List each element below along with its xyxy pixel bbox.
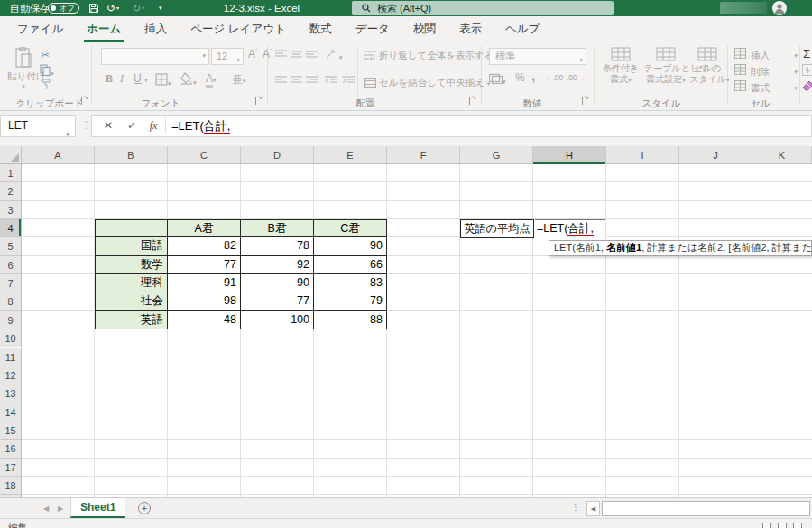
column-header-C[interactable]: C [168,146,241,164]
column-header-I[interactable]: I [606,146,679,164]
merge-center-button[interactable]: セルを結合して中央揃え ▾ [364,77,490,89]
table-header-cell[interactable]: C君 [314,219,387,237]
align-middle-icon[interactable] [291,50,302,59]
cell-h4-editing[interactable]: =LET(合計, [535,219,605,237]
table-value-cell[interactable]: 91 [168,274,241,292]
next-sheet-icon[interactable]: ▶ [58,505,63,513]
increase-indent-icon[interactable] [342,76,355,85]
row-header-5[interactable]: 5 [0,237,22,255]
table-header-cell[interactable]: A君 [168,219,241,237]
row-header-11[interactable]: 11 [0,348,22,366]
phonetic-guide-button[interactable]: 亜▾ [233,73,246,87]
italic-button[interactable]: I [120,72,124,86]
paste-button[interactable]: 貼り付け ▾ [7,47,40,90]
select-all-corner[interactable] [0,146,22,164]
new-sheet-button[interactable]: + [138,502,151,514]
borders-button[interactable]: ▾ [155,73,171,88]
ribbon-tab[interactable]: ファイル [5,16,75,42]
autosum-button[interactable]: Σ [803,47,810,60]
cell-g4-label[interactable]: 英語の平均点 [460,219,534,238]
formula-input[interactable]: =LET(合計, [171,116,230,136]
row-header-12[interactable]: 12 [0,366,22,384]
autosave-toggle[interactable]: オフ [48,3,79,14]
table-row-label[interactable]: 英語 [95,311,168,329]
table-value-cell[interactable]: 100 [241,311,314,329]
table-header-cell[interactable] [95,219,168,237]
table-value-cell[interactable]: 78 [241,237,314,255]
align-top-icon[interactable] [275,50,287,59]
sheet-tab-active[interactable]: Sheet1 [70,498,125,518]
column-header-B[interactable]: B [95,146,168,164]
ribbon-tab[interactable]: 表示 [448,16,494,42]
cells-insert-button[interactable]: 挿入▾ [734,48,798,62]
clear-button[interactable] [802,80,812,94]
styles-button[interactable]: テーブルとして書式設定▾ [644,47,687,85]
column-header-A[interactable]: A [22,146,95,164]
cells-format-button[interactable]: 書式▾ [734,80,798,95]
tab-splitter-handle[interactable]: ⋮ [571,502,578,512]
quick-access-customize-icon[interactable]: ▾ [159,0,162,16]
table-row-label[interactable]: 数学 [95,256,168,274]
ribbon-tab[interactable]: 挿入 [133,16,179,42]
page-break-view-icon[interactable] [793,523,802,528]
align-bottom-icon[interactable] [306,50,318,59]
save-icon[interactable] [88,3,99,14]
orientation-button[interactable]: ▾ [325,48,342,61]
search-input[interactable]: 検索 (Alt+Q) [352,1,614,15]
table-value-cell[interactable]: 83 [314,274,387,292]
row-header-4[interactable]: 4 [0,219,22,237]
underline-button[interactable]: U [134,72,142,85]
table-value-cell[interactable]: 98 [168,292,241,310]
cell-grid[interactable] [22,164,812,497]
table-value-cell[interactable]: 92 [241,256,314,274]
table-value-cell[interactable]: 82 [168,237,241,255]
row-header-15[interactable]: 15 [0,421,22,440]
row-header-2[interactable]: 2 [0,182,22,200]
cells-delete-button[interactable]: 削除▾ [734,64,798,79]
clipboard-dialog-launcher[interactable] [81,97,89,105]
avatar[interactable] [772,1,787,15]
row-header-18[interactable]: 18 [0,477,22,495]
font-color-button[interactable]: A▾ [206,72,217,85]
table-row-label[interactable]: 国語 [95,237,168,255]
ribbon-tab[interactable]: 校閲 [401,16,448,42]
normal-view-icon[interactable] [762,523,771,528]
number-dialog-launcher[interactable] [582,97,590,105]
row-header-6[interactable]: 6 [0,256,22,274]
ribbon-tab[interactable]: ヘルプ [494,16,551,42]
table-value-cell[interactable]: 77 [241,292,314,310]
column-header-G[interactable]: G [460,146,533,164]
table-row-label[interactable]: 理科 [95,274,168,292]
copy-button[interactable]: ▾ [40,64,54,78]
underline-caret-icon[interactable]: ▾ [144,77,148,84]
cut-button[interactable]: ✂ [41,49,50,61]
column-header-D[interactable]: D [241,146,314,164]
hscroll-thumb[interactable] [602,501,810,516]
column-header-H[interactable]: H [533,146,606,164]
prev-sheet-icon[interactable]: ◀ [43,505,49,513]
hscroll-left-arrow[interactable]: ◀ [586,501,600,516]
row-header-7[interactable]: 7 [0,274,22,292]
ribbon-tab[interactable]: ホーム [75,16,133,42]
align-center-icon[interactable] [291,76,302,85]
row-header-13[interactable]: 13 [0,384,22,403]
number-format-combo[interactable]: 標準 ▾ [489,48,586,65]
table-value-cell[interactable]: 79 [314,292,387,310]
redo-button[interactable]: ↻▾ [132,0,144,16]
undo-button[interactable]: ↺▾ [106,0,119,16]
table-value-cell[interactable]: 90 [314,237,387,255]
styles-button[interactable]: セルのスタイル▾ [689,47,725,85]
page-layout-view-icon[interactable] [778,523,787,528]
column-header-F[interactable]: F [387,146,460,164]
row-header-14[interactable]: 14 [0,403,22,421]
table-header-cell[interactable]: B君 [241,219,314,237]
alignment-dialog-launcher[interactable] [469,97,477,105]
table-value-cell[interactable]: 88 [314,311,387,329]
row-header-10[interactable]: 10 [0,329,22,347]
table-row-label[interactable]: 社会 [95,292,168,310]
cancel-button[interactable]: ✕ [97,116,119,136]
ribbon-tab[interactable]: データ [344,16,401,42]
font-name-combo[interactable]: ▾ [101,48,209,65]
align-right-icon[interactable] [306,76,318,85]
increase-decimal-button[interactable]: ←.00 [545,73,563,82]
